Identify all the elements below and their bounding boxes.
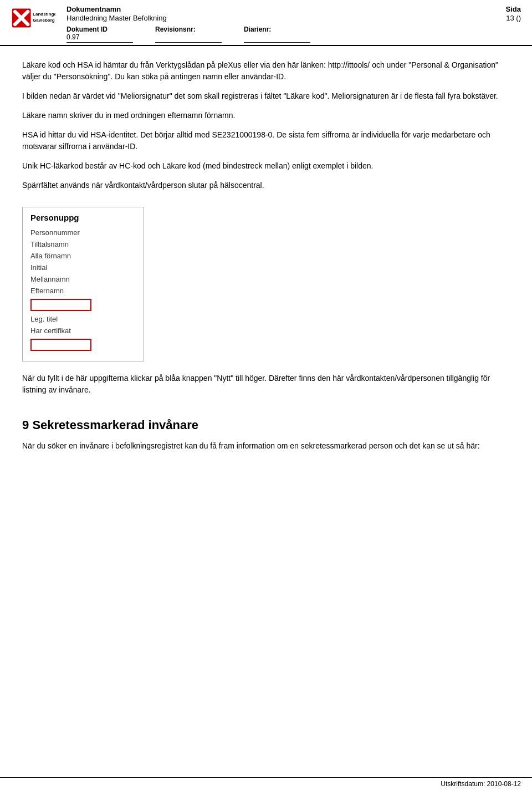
- form-row-initial: Initial: [30, 262, 136, 273]
- header-bottom-row: Dokument ID 0.97 Revisionsnr: Diarienr:: [66, 26, 521, 43]
- form-input-box-1[interactable]: [30, 299, 91, 311]
- section-number: 9: [22, 418, 29, 432]
- field-value-diarienr: [244, 33, 310, 43]
- logo: Landstinget Gävleborg: [11, 4, 55, 45]
- form-row-efternamn: Efternamn: [30, 285, 136, 297]
- form-row-leg-titel: Leg. titel: [30, 313, 136, 325]
- paragraph-3: Läkare namn skriver du in med ordningen …: [22, 110, 510, 121]
- header-field-revisionsnr: Revisionsnr:: [155, 26, 222, 43]
- paragraph-4: HSA id hittar du vid HSA-identitet. Det …: [22, 129, 510, 152]
- paragraph-6: Spärrfältet används när vårdkontakt/vård…: [22, 180, 510, 191]
- doc-name-label: Dokumentnamn: [66, 5, 121, 13]
- form-row-personnummer: Personnummer: [30, 227, 136, 238]
- logo-svg: Landstinget Gävleborg: [11, 7, 55, 38]
- paragraph-1: Läkare kod och HSA id hämtar du från Ver…: [22, 59, 510, 83]
- page-footer: Utskriftsdatum: 2010-08-12: [0, 777, 532, 790]
- form-row-tilltalsnamn: Tilltalsnamn: [30, 238, 136, 250]
- paragraph-after-form: När du fyllt i de här uppgifterna klicka…: [22, 373, 510, 396]
- main-content: Läkare kod och HSA id hämtar du från Ver…: [0, 46, 532, 476]
- field-label-dokument-id: Dokument ID: [66, 26, 133, 33]
- doc-name-value: Handledning Master Befolkning: [66, 14, 167, 22]
- page-label: Sida: [506, 5, 521, 13]
- field-label-revisionsnr: Revisionsnr:: [155, 26, 222, 33]
- section-9-paragraph: När du söker en invånare i befolkningsre…: [22, 440, 510, 452]
- page-value: 13 (): [506, 14, 521, 22]
- form-row-har-certifikat: Har certifikat: [30, 325, 136, 337]
- doc-name-block: Dokumentnamn Handledning Master Befolkni…: [66, 4, 167, 22]
- page-header: Landstinget Gävleborg Dokumentnamn Handl…: [0, 0, 532, 46]
- page-block: Sida 13 (): [506, 4, 521, 22]
- header-field-dokument-id: Dokument ID 0.97: [66, 26, 133, 43]
- form-row-alla-fornamn: Alla förnamn: [30, 250, 136, 262]
- header-doc-info: Dokumentnamn Handledning Master Befolkni…: [66, 4, 521, 45]
- form-title: Personuppg: [30, 213, 136, 222]
- paragraph-5: Unik HC-läkarkod består av HC-kod och Lä…: [22, 160, 510, 172]
- field-label-diarienr: Diarienr:: [244, 26, 310, 33]
- section-9-heading: 9 Sekretessmarkerad invånare: [22, 418, 510, 432]
- field-value-revisionsnr: [155, 33, 222, 43]
- form-mockup: Personuppg Personnummer Tilltalsnamn All…: [22, 207, 144, 361]
- svg-text:Landstinget: Landstinget: [33, 12, 55, 17]
- form-row-mellannamn: Mellannamn: [30, 273, 136, 285]
- footer-label: Utskriftsdatum:: [441, 780, 487, 788]
- section-title: Sekretessmarkerad invånare: [32, 418, 198, 432]
- svg-text:Gävleborg: Gävleborg: [33, 18, 55, 23]
- paragraph-2: I bilden nedan är värdet vid "Meliorsign…: [22, 90, 510, 102]
- form-input-box-2[interactable]: [30, 339, 91, 351]
- header-field-diarienr: Diarienr:: [244, 26, 310, 43]
- footer-date: 2010-08-12: [487, 780, 521, 788]
- field-value-dokument-id: 0.97: [66, 33, 133, 43]
